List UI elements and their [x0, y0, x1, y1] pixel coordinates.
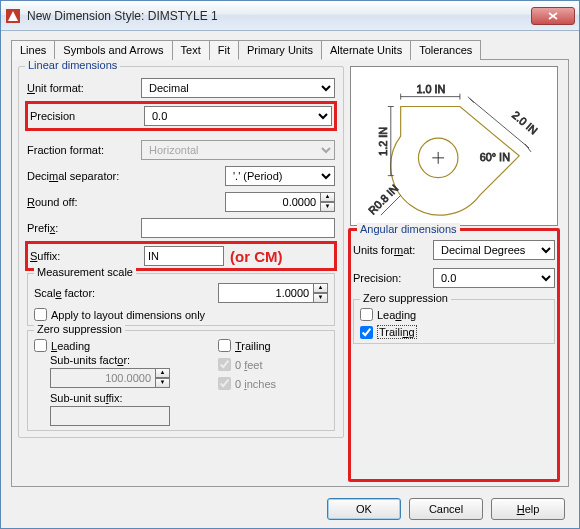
group-linear-dimensions: Linear dimensions Unit format: Decimal P… — [18, 66, 344, 438]
svg-text:2.0  IN: 2.0 IN — [510, 109, 540, 137]
dialog-window: New Dimension Style: DIMSTYLE 1 Lines Sy… — [0, 0, 580, 529]
trailing-checkbox[interactable]: Trailing — [218, 339, 328, 352]
titlebar: New Dimension Style: DIMSTYLE 1 — [1, 1, 579, 31]
subunit-suffix-input — [50, 406, 170, 426]
tab-symbols-arrows[interactable]: Symbols and Arrows — [54, 40, 172, 60]
label-angular-precision: Precision: — [353, 272, 433, 284]
tab-page: Linear dimensions Unit format: Decimal P… — [11, 59, 569, 487]
suffix-input[interactable] — [144, 246, 224, 266]
label-angular-units: Units format: — [353, 244, 433, 256]
tab-tolerances[interactable]: Tolerances — [410, 40, 481, 60]
precision-select[interactable]: 0.0 — [144, 106, 332, 126]
tab-text[interactable]: Text — [172, 40, 210, 60]
label-subunits-factor: Sub-units factor: — [50, 354, 210, 366]
ok-button[interactable]: OK — [327, 498, 401, 520]
svg-text:1.0  IN: 1.0 IN — [416, 83, 445, 95]
legend-zero: Zero suppression — [34, 323, 125, 335]
label-subunit-suffix: Sub-unit suffix: — [50, 392, 210, 404]
group-angular-zero: Zero suppression Leading Trailing — [353, 299, 555, 344]
svg-text:1.2  IN: 1.2 IN — [377, 127, 389, 156]
prefix-input[interactable] — [141, 218, 335, 238]
feet-checkbox: 0 feet — [218, 358, 328, 371]
scale-factor-input[interactable] — [218, 283, 314, 303]
annotation-suffix: (or CM) — [230, 248, 283, 265]
svg-text:R0.8  IN: R0.8 IN — [366, 182, 401, 217]
label-apply-layout: Apply to layout dimensions only — [51, 309, 205, 321]
subunits-factor-spinner: ▲▼ — [156, 368, 170, 388]
fraction-format-select: Horizontal — [141, 140, 335, 160]
subunits-factor-input — [50, 368, 156, 388]
angular-units-select[interactable]: Decimal Degrees — [433, 240, 555, 260]
inches-checkbox: 0 inches — [218, 377, 328, 390]
app-icon — [5, 8, 21, 24]
round-off-spinner[interactable]: ▲▼ — [321, 192, 335, 212]
legend-angular-zero: Zero suppression — [360, 292, 451, 304]
tab-fit[interactable]: Fit — [209, 40, 239, 60]
tab-bar: Lines Symbols and Arrows Text Fit Primar… — [1, 31, 579, 59]
decimal-separator-select[interactable]: '.' (Period) — [225, 166, 335, 186]
group-zero-suppression: Zero suppression Leading Sub-units facto… — [27, 330, 335, 431]
group-angular-dimensions: Angular dimensions Units format: Decimal… — [348, 228, 560, 482]
help-button[interactable]: Help — [491, 498, 565, 520]
dialog-buttons: OK Cancel Help — [327, 498, 565, 520]
angular-precision-select[interactable]: 0.0 — [433, 268, 555, 288]
group-measurement-scale: Measurement scale Scale factor: ▲▼ Apply… — [27, 273, 335, 326]
label-fraction-format: Fraction format: — [27, 144, 141, 156]
tab-lines[interactable]: Lines — [11, 40, 55, 60]
leading-checkbox[interactable]: Leading — [34, 339, 210, 352]
scale-factor-spinner[interactable]: ▲▼ — [314, 283, 328, 303]
window-title: New Dimension Style: DIMSTYLE 1 — [27, 9, 531, 23]
legend-linear: Linear dimensions — [25, 59, 120, 71]
unit-format-select[interactable]: Decimal — [141, 78, 335, 98]
legend-measurement: Measurement scale — [34, 266, 136, 278]
label-prefix: Prefix: — [27, 222, 141, 234]
svg-text:60°  IN: 60° IN — [480, 151, 510, 163]
round-off-input[interactable] — [225, 192, 321, 212]
angular-trailing-checkbox[interactable]: Trailing — [360, 325, 548, 339]
dimension-preview: 1.0 IN 1.2 IN 2.0 IN 60° IN R0.8 IN — [350, 66, 558, 226]
tab-primary-units[interactable]: Primary Units — [238, 40, 322, 60]
close-button[interactable] — [531, 7, 575, 25]
label-round-off: Round off: — [27, 196, 141, 208]
angular-leading-checkbox[interactable]: Leading — [360, 308, 548, 321]
label-unit-format: Unit format: — [27, 82, 141, 94]
label-decimal-separator: Decimal separator: — [27, 170, 141, 182]
label-precision: Precision — [30, 110, 144, 122]
cancel-button[interactable]: Cancel — [409, 498, 483, 520]
label-suffix: Suffix: — [30, 250, 144, 262]
label-scale-factor: Scale factor: — [34, 287, 174, 299]
tab-alternate-units[interactable]: Alternate Units — [321, 40, 411, 60]
legend-angular: Angular dimensions — [357, 223, 460, 235]
apply-layout-checkbox[interactable]: Apply to layout dimensions only — [34, 308, 328, 321]
